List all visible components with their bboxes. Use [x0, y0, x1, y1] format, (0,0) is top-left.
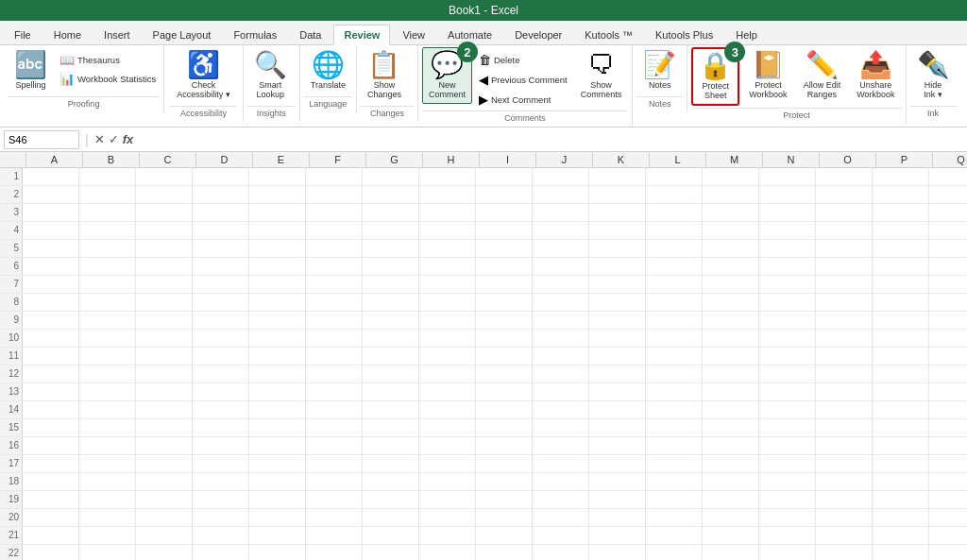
grid-cell[interactable] [79, 186, 136, 203]
name-box[interactable] [4, 130, 79, 149]
grid-cell[interactable] [589, 527, 646, 544]
grid-cell[interactable] [816, 258, 873, 275]
grid-cell[interactable] [419, 276, 476, 293]
grid-cell[interactable] [193, 168, 249, 185]
grid-cell[interactable] [23, 509, 79, 526]
grid-cell[interactable] [79, 222, 136, 239]
grid-cell[interactable] [249, 240, 306, 257]
grid-cell[interactable] [193, 419, 249, 436]
grid-cell[interactable] [816, 437, 873, 454]
grid-cell[interactable] [419, 545, 476, 560]
grid-cell[interactable] [873, 455, 929, 472]
grid-cell[interactable] [873, 545, 929, 560]
show-comments-button[interactable]: 🗨 ShowComments [574, 47, 629, 104]
grid-cell[interactable] [589, 204, 646, 221]
grid-cell[interactable] [23, 168, 79, 185]
grid-cell[interactable] [646, 437, 703, 454]
grid-cell[interactable] [363, 401, 419, 418]
grid-cell[interactable] [23, 437, 79, 454]
grid-cell[interactable] [816, 473, 873, 490]
grid-cell[interactable] [193, 401, 249, 418]
grid-cell[interactable] [703, 419, 759, 436]
grid-cell[interactable] [646, 348, 703, 365]
grid-cell[interactable] [79, 383, 136, 400]
tab-formulas[interactable]: Formulas [223, 25, 287, 44]
grid-cell[interactable] [703, 330, 759, 347]
grid-cell[interactable] [306, 222, 363, 239]
grid-cell[interactable] [873, 240, 929, 257]
grid-cell[interactable] [476, 312, 533, 329]
grid-cell[interactable] [249, 348, 306, 365]
grid-cell[interactable] [929, 240, 967, 257]
grid-cell[interactable] [929, 222, 967, 239]
grid-cell[interactable] [193, 491, 249, 508]
grid-cell[interactable] [79, 545, 136, 560]
grid-cell[interactable] [589, 509, 646, 526]
grid-cell[interactable] [816, 240, 873, 257]
grid-cell[interactable] [646, 545, 703, 560]
grid-cell[interactable] [759, 401, 816, 418]
grid-cell[interactable] [533, 383, 589, 400]
check-accessibility-button[interactable]: ♿ CheckAccessibility ▾ [170, 47, 237, 104]
grid-cell[interactable] [759, 222, 816, 239]
grid-cell[interactable] [533, 365, 589, 382]
grid-cell[interactable] [589, 294, 646, 311]
grid-cell[interactable] [759, 330, 816, 347]
grid-cell[interactable] [249, 545, 306, 560]
thesaurus-button[interactable]: 📖 Thesaurus [56, 51, 160, 69]
grid-cell[interactable] [23, 204, 79, 221]
grid-cell[interactable] [193, 186, 249, 203]
grid-cell[interactable] [873, 383, 929, 400]
grid-cell[interactable] [306, 509, 363, 526]
grid-cell[interactable] [759, 437, 816, 454]
grid-cell[interactable] [136, 204, 193, 221]
grid-cell[interactable] [703, 545, 759, 560]
tab-view[interactable]: View [392, 25, 435, 44]
grid-cell[interactable] [476, 330, 533, 347]
grid-cell[interactable] [193, 276, 249, 293]
grid-cell[interactable] [589, 186, 646, 203]
grid-cell[interactable] [193, 258, 249, 275]
grid-cell[interactable] [929, 419, 967, 436]
grid-cell[interactable] [759, 294, 816, 311]
grid-cell[interactable] [363, 491, 419, 508]
grid-cell[interactable] [363, 276, 419, 293]
grid-cell[interactable] [193, 473, 249, 490]
grid-cell[interactable] [363, 419, 419, 436]
grid-cell[interactable] [476, 240, 533, 257]
grid-cell[interactable] [249, 455, 306, 472]
grid-cell[interactable] [419, 222, 476, 239]
tab-page-layout[interactable]: Page Layout [143, 25, 222, 44]
grid-cell[interactable] [419, 383, 476, 400]
grid-cell[interactable] [193, 312, 249, 329]
grid-cell[interactable] [759, 276, 816, 293]
grid-cell[interactable] [589, 437, 646, 454]
grid-cell[interactable] [476, 473, 533, 490]
tab-kutools-™[interactable]: Kutools ™ [574, 25, 643, 44]
grid-cell[interactable] [79, 455, 136, 472]
grid-cell[interactable] [476, 401, 533, 418]
grid-cell[interactable] [816, 365, 873, 382]
tab-insert[interactable]: Insert [93, 25, 141, 44]
grid-cell[interactable] [23, 455, 79, 472]
grid-cell[interactable] [476, 186, 533, 203]
unshare-workbook-button[interactable]: 📤 UnshareWorkbook [850, 47, 901, 104]
grid-cell[interactable] [533, 168, 589, 185]
grid-cell[interactable] [249, 168, 306, 185]
grid-cell[interactable] [476, 383, 533, 400]
grid-cell[interactable] [589, 383, 646, 400]
grid-cell[interactable] [873, 312, 929, 329]
grid-cell[interactable] [363, 383, 419, 400]
grid-cell[interactable] [23, 365, 79, 382]
grid-cell[interactable] [873, 509, 929, 526]
grid-cell[interactable] [533, 312, 589, 329]
grid-cell[interactable] [23, 419, 79, 436]
grid-cell[interactable] [646, 419, 703, 436]
grid-cell[interactable] [193, 545, 249, 560]
grid-cell[interactable] [363, 312, 419, 329]
grid-cell[interactable] [23, 383, 79, 400]
grid-cell[interactable] [23, 330, 79, 347]
grid-cell[interactable] [306, 527, 363, 544]
grid-cell[interactable] [419, 455, 476, 472]
grid-cell[interactable] [873, 168, 929, 185]
